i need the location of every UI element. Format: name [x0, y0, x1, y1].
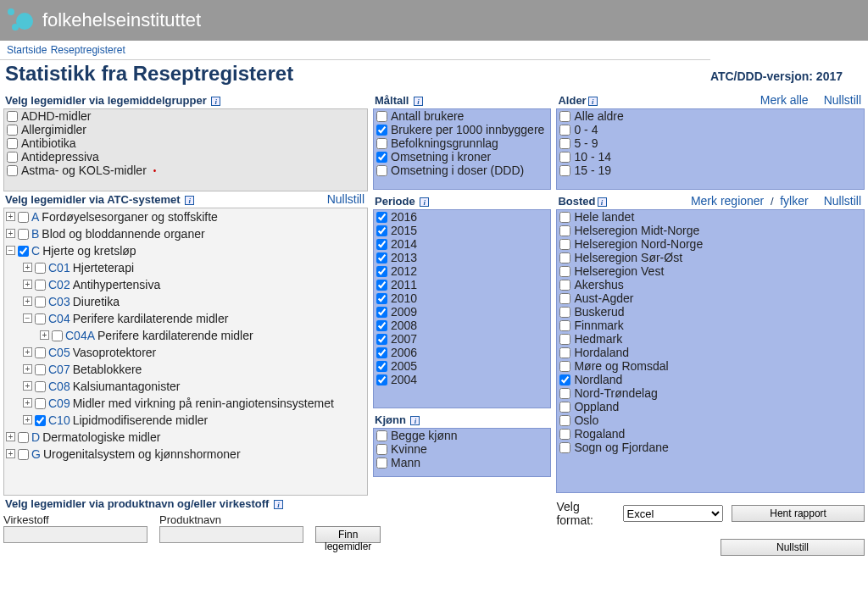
checkbox[interactable]	[35, 313, 46, 324]
plus-icon[interactable]: +	[6, 229, 15, 238]
bosted-item[interactable]: Finnmark	[557, 319, 864, 332]
grupper-item[interactable]: Antibiotika	[4, 136, 367, 150]
checkbox[interactable]	[35, 263, 46, 274]
checkbox[interactable]	[376, 374, 387, 385]
periode-item[interactable]: 2004	[374, 373, 550, 386]
info-icon[interactable]: i	[211, 97, 220, 106]
bosted-item[interactable]: Sogn og Fjordane	[557, 441, 864, 454]
atc-node[interactable]: +C01Hjerteterapi	[21, 259, 367, 276]
hent-rapport-button[interactable]: Hent rapport	[732, 505, 865, 522]
checkbox[interactable]	[376, 225, 387, 236]
bosted-item[interactable]: Hele landet	[557, 210, 864, 224]
plus-icon[interactable]: +	[40, 330, 49, 340]
checkbox[interactable]	[559, 293, 570, 304]
checkbox[interactable]	[376, 111, 387, 122]
checkbox[interactable]	[35, 415, 46, 426]
periode-item[interactable]: 2005	[374, 359, 550, 373]
checkbox[interactable]	[35, 398, 46, 409]
info-icon[interactable]: i	[410, 416, 420, 425]
kjonn-item[interactable]: Begge kjønn	[374, 429, 550, 442]
checkbox[interactable]	[35, 381, 46, 392]
bosted-item[interactable]: Hordaland	[557, 346, 864, 359]
listbox-maltall[interactable]: Antall brukereBrukere per 1000 innbygger…	[373, 108, 551, 190]
checkbox[interactable]	[376, 347, 387, 358]
info-icon[interactable]: i	[420, 197, 429, 207]
reset-alder-link[interactable]: Nullstill	[824, 93, 861, 107]
plus-icon[interactable]: +	[23, 263, 32, 272]
checkbox[interactable]	[376, 280, 387, 291]
plus-icon[interactable]: +	[6, 212, 15, 221]
info-icon[interactable]: i	[274, 500, 283, 509]
atc-node[interactable]: +DDermatologiske midler	[4, 429, 367, 446]
atc-node[interactable]: +BBlod og bloddannende organer	[4, 225, 367, 242]
checkbox[interactable]	[376, 458, 387, 469]
bosted-item[interactable]: Helseregion Nord-Norge	[557, 237, 864, 251]
plus-icon[interactable]: +	[23, 398, 32, 408]
checkbox[interactable]	[376, 266, 387, 277]
checkbox[interactable]	[559, 307, 570, 318]
checkbox[interactable]	[35, 364, 46, 375]
minus-icon[interactable]: −	[6, 246, 15, 255]
bosted-item[interactable]: Nordland	[557, 373, 864, 386]
checkbox[interactable]	[376, 334, 387, 345]
breadcrumb-resept[interactable]: Reseptregisteret	[51, 44, 125, 56]
checkbox[interactable]	[559, 239, 570, 250]
bosted-item[interactable]: Buskerud	[557, 305, 864, 319]
reset-all-button[interactable]: Nullstill	[721, 539, 865, 556]
checkbox[interactable]	[18, 449, 29, 460]
checkbox[interactable]	[559, 374, 570, 385]
bosted-item[interactable]: Akershus	[557, 278, 864, 291]
atc-node[interactable]: +AFordøyelsesorganer og stoffskifte	[4, 208, 367, 225]
checkbox[interactable]	[376, 320, 387, 331]
periode-item[interactable]: 2010	[374, 291, 550, 305]
checkbox[interactable]	[376, 165, 387, 176]
periode-item[interactable]: 2015	[374, 224, 550, 237]
atc-node[interactable]: +C08Kalsiumantagonister	[21, 378, 367, 395]
checkbox[interactable]	[376, 138, 387, 149]
checkbox[interactable]	[559, 225, 570, 236]
plus-icon[interactable]: +	[23, 364, 32, 374]
periode-item[interactable]: 2009	[374, 305, 550, 319]
checkbox[interactable]	[559, 388, 570, 399]
checkbox[interactable]	[18, 246, 29, 257]
checkbox[interactable]	[376, 212, 387, 223]
merk-alle-link[interactable]: Merk alle	[760, 93, 809, 107]
reset-bosted-link[interactable]: Nullstill	[824, 194, 861, 208]
grupper-item[interactable]: Antidepressiva	[4, 150, 367, 164]
listbox-bosted[interactable]: Hele landetHelseregion Midt-NorgeHelsere…	[556, 209, 865, 493]
info-icon[interactable]: i	[185, 196, 194, 205]
atc-tree[interactable]: +AFordøyelsesorganer og stoffskifte+BBlo…	[3, 208, 368, 496]
bosted-item[interactable]: Rogaland	[557, 427, 864, 441]
checkbox[interactable]	[18, 212, 29, 223]
checkbox[interactable]	[376, 430, 387, 441]
merk-fylker-link[interactable]: fylker	[780, 194, 808, 208]
maltall-item[interactable]: Omsetning i kroner	[374, 150, 550, 164]
checkbox[interactable]	[376, 152, 387, 163]
listbox-alder[interactable]: Alle aldre0 - 45 - 910 - 1415 - 19	[556, 108, 865, 190]
checkbox[interactable]	[559, 125, 570, 136]
plus-icon[interactable]: +	[23, 280, 32, 289]
checkbox[interactable]	[7, 165, 18, 176]
checkbox[interactable]	[376, 239, 387, 250]
checkbox[interactable]	[52, 330, 63, 341]
info-icon[interactable]: i	[414, 97, 423, 106]
listbox-kjonn[interactable]: Begge kjønnKvinneMann	[373, 428, 551, 477]
checkbox[interactable]	[559, 347, 570, 358]
plus-icon[interactable]: +	[6, 449, 15, 458]
checkbox[interactable]	[35, 347, 46, 358]
info-icon[interactable]: i	[598, 197, 607, 207]
checkbox[interactable]	[7, 152, 18, 163]
listbox-grupper[interactable]: ADHD-midlerAllergimidlerAntibiotikaAntid…	[3, 108, 368, 191]
alder-item[interactable]: 5 - 9	[557, 136, 864, 150]
format-select[interactable]: Excel	[623, 505, 724, 522]
bosted-item[interactable]: Helseregion Vest	[557, 264, 864, 278]
atc-node[interactable]: +C04APerifere kardilaterende midler	[38, 327, 367, 344]
bosted-item[interactable]: Hedmark	[557, 332, 864, 346]
virkestoff-input[interactable]	[3, 526, 147, 543]
atc-node[interactable]: +C10Lipidmodifiserende midler	[21, 412, 367, 429]
periode-item[interactable]: 2011	[374, 278, 550, 291]
checkbox[interactable]	[376, 444, 387, 455]
plus-icon[interactable]: +	[23, 297, 32, 306]
checkbox[interactable]	[559, 429, 570, 440]
grupper-item[interactable]: Astma- og KOLS-midler•	[4, 164, 367, 177]
